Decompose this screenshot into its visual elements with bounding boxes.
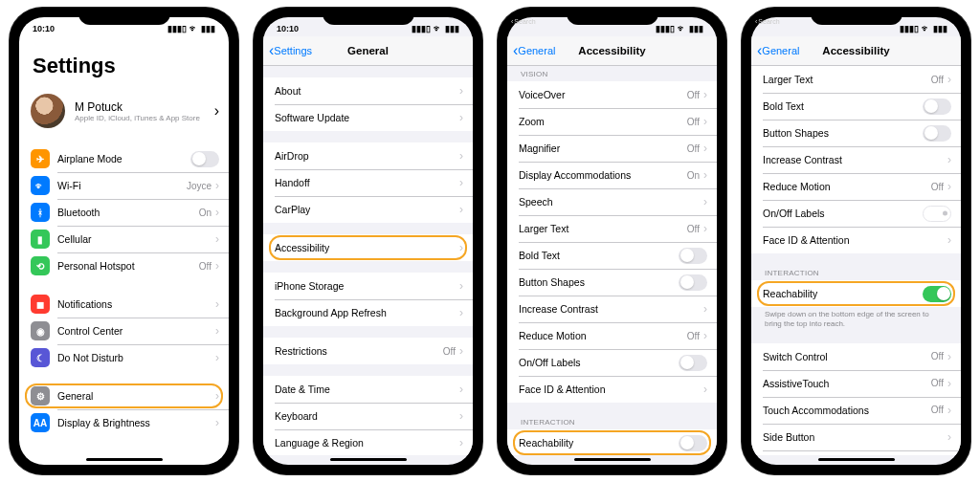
wifi-cell[interactable]: ᯤ Wi-Fi Joyce ›	[19, 172, 229, 199]
bluetooth-cell[interactable]: ᚼ Bluetooth On ›	[19, 199, 229, 226]
notifications-cell[interactable]: ◼ Notifications ›	[19, 291, 229, 318]
interaction-touch-accommodations[interactable]: Touch AccommodationsOff›	[751, 397, 961, 424]
vision-magnifier[interactable]: MagnifierOff›	[507, 135, 717, 162]
airplane-mode-cell[interactable]: ✈ Airplane Mode	[19, 145, 229, 172]
vision-on-off-labels[interactable]: On/Off Labels	[751, 200, 961, 227]
general-iphone-storage[interactable]: iPhone Storage›	[263, 273, 473, 299]
chevron-right-icon: ›	[215, 324, 219, 338]
interaction-reachability[interactable]: Reachability	[751, 280, 961, 307]
home-indicator[interactable]	[574, 458, 651, 461]
cell-detail: Off	[931, 351, 944, 362]
toggle[interactable]	[190, 151, 219, 167]
vision-increase-contrast[interactable]: Increase Contrast›	[507, 296, 717, 322]
back-button[interactable]: ‹ Settings	[269, 36, 312, 65]
cell-label: Keyboard	[275, 410, 456, 422]
display-cell[interactable]: AA Display & Brightness ›	[19, 409, 229, 436]
chevron-right-icon: ›	[459, 306, 463, 319]
breadcrumb-back[interactable]: ‹Search	[755, 18, 780, 25]
cell-label: Touch Accommodations	[763, 405, 927, 416]
cell-detail: Off	[931, 405, 944, 415]
battery-icon: ▮▮▮	[933, 24, 947, 33]
vision-larger-text[interactable]: Larger TextOff›	[507, 215, 717, 242]
chevron-right-icon: ›	[459, 241, 463, 254]
toggle[interactable]	[923, 125, 951, 142]
dnd-cell[interactable]: ☾ Do Not Disturb ›	[19, 344, 229, 371]
profile-sub: Apple ID, iCloud, iTunes & App Store	[75, 114, 205, 122]
cell-label: Button Shapes	[519, 276, 679, 288]
toggle[interactable]	[679, 435, 707, 451]
vision-display-accommodations[interactable]: Display AccommodationsOn›	[507, 162, 717, 188]
general-language-region[interactable]: Language & Region›	[263, 429, 473, 455]
cell-detail: Joyce	[187, 181, 212, 191]
breadcrumb-label: Search	[514, 18, 535, 25]
interaction-switch-control[interactable]: Switch ControlOff›	[751, 343, 961, 370]
toggle[interactable]	[923, 99, 951, 115]
vision-reduce-motion[interactable]: Reduce MotionOff›	[751, 173, 961, 200]
vision-on-off-labels[interactable]: On/Off Labels	[507, 349, 717, 376]
general-accessibility[interactable]: Accessibility›	[263, 234, 473, 261]
general-date-time[interactable]: Date & Time›	[263, 376, 473, 403]
cellular-cell[interactable]: ▮ Cellular ›	[19, 226, 229, 252]
interaction-side-button[interactable]: Side Button›	[751, 424, 961, 450]
nav-title: Accessibility	[822, 45, 889, 56]
vision-zoom[interactable]: ZoomOff›	[507, 108, 717, 135]
chevron-right-icon: ›	[215, 297, 219, 311]
chevron-right-icon: ›	[459, 111, 463, 124]
home-indicator[interactable]	[330, 458, 407, 461]
vision-face-id-attention[interactable]: Face ID & Attention›	[507, 376, 717, 403]
interaction-reachability[interactable]: Reachability	[507, 429, 717, 455]
vision-bold-text[interactable]: Bold Text	[751, 93, 961, 120]
general-background-app-refresh[interactable]: Background App Refresh›	[263, 299, 473, 326]
chevron-right-icon: ›	[215, 259, 219, 273]
home-indicator[interactable]	[818, 458, 895, 461]
hotspot-icon: ⟲	[31, 256, 50, 275]
general-keyboard[interactable]: Keyboard›	[263, 403, 473, 429]
cell-label: Display Accommodations	[519, 169, 683, 181]
cell-label: Accessibility	[275, 242, 456, 253]
cell-label: Face ID & Attention	[763, 234, 944, 246]
home-indicator[interactable]	[86, 458, 163, 461]
vision-button-shapes[interactable]: Button Shapes	[751, 120, 961, 146]
cell-label: Restrictions	[275, 345, 439, 357]
toggle[interactable]	[923, 206, 951, 222]
general-cell[interactable]: ⚙ General ›	[19, 383, 229, 409]
vision-face-id-attention[interactable]: Face ID & Attention›	[751, 227, 961, 253]
vision-bold-text[interactable]: Bold Text	[507, 242, 717, 269]
control-center-cell[interactable]: ◉ Control Center ›	[19, 318, 229, 344]
breadcrumb-back[interactable]: ‹Search	[511, 18, 536, 25]
hotspot-cell[interactable]: ⟲ Personal Hotspot Off ›	[19, 252, 229, 279]
apple-id-cell[interactable]: M Potuck Apple ID, iCloud, iTunes & App …	[19, 88, 229, 134]
toggle[interactable]	[679, 355, 707, 371]
chevron-right-icon: ›	[947, 73, 951, 86]
toggle[interactable]	[679, 248, 707, 264]
chevron-right-icon: ›	[703, 383, 707, 396]
general-carplay[interactable]: CarPlay›	[263, 196, 473, 223]
phone-accessibility-scrolled: ‹Search 10:10 ▮▮▮▯ᯤ▮▮▮ ‹ General Accessi…	[742, 8, 970, 474]
vision-voiceover[interactable]: VoiceOverOff›	[507, 81, 717, 108]
vision-button-shapes[interactable]: Button Shapes	[507, 269, 717, 296]
toggle[interactable]	[679, 274, 707, 291]
signal-icon: ▮▮▮▯	[656, 24, 675, 33]
signal-icon: ▮▮▮▯	[412, 24, 431, 33]
vision-increase-contrast[interactable]: Increase Contrast›	[751, 146, 961, 173]
vision-speech[interactable]: Speech›	[507, 188, 717, 215]
general-airdrop[interactable]: AirDrop›	[263, 142, 473, 169]
cell-detail: Off	[931, 75, 944, 85]
notch	[78, 8, 170, 25]
back-button[interactable]: ‹ General	[757, 36, 799, 65]
vision-larger-text[interactable]: Larger TextOff›	[751, 66, 961, 93]
general-software-update[interactable]: Software Update›	[263, 104, 473, 131]
interaction-assistivetouch[interactable]: AssistiveTouchOff›	[751, 370, 961, 397]
chevron-right-icon: ›	[459, 203, 463, 216]
back-button[interactable]: ‹ General	[513, 36, 555, 65]
display-icon: AA	[31, 413, 50, 432]
general-about[interactable]: About›	[263, 77, 473, 104]
interaction-siri[interactable]: Siri›	[751, 450, 961, 455]
general-handoff[interactable]: Handoff›	[263, 169, 473, 196]
page-title: Settings	[19, 36, 229, 88]
general-restrictions[interactable]: RestrictionsOff›	[263, 338, 473, 364]
toggle[interactable]	[923, 286, 951, 302]
vision-reduce-motion[interactable]: Reduce MotionOff›	[507, 322, 717, 349]
back-label: General	[762, 45, 799, 56]
cell-label: Larger Text	[519, 223, 683, 234]
